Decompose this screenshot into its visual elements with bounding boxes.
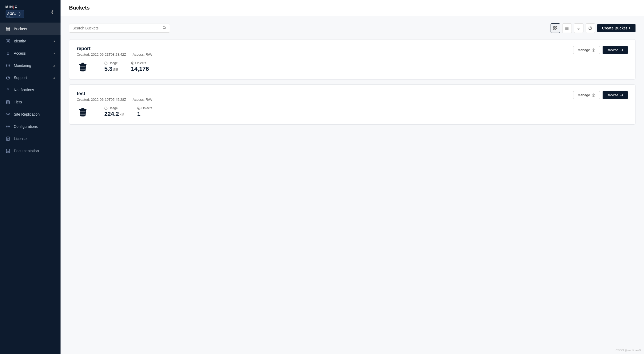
sidebar-item-tiers[interactable]: Tiers	[0, 96, 61, 108]
svg-point-14	[7, 126, 9, 127]
usage-icon-report	[104, 62, 108, 65]
sidebar-item-label-buckets: Buckets	[14, 27, 55, 31]
bucket-card-header-test: test Created: 2022-06-10T05:45:28Z Acces…	[77, 91, 628, 102]
sidebar-item-monitoring[interactable]: Monitoring ∧	[0, 59, 61, 72]
browse-button-report[interactable]: Browse	[603, 46, 628, 54]
bucket-icon-test	[77, 106, 89, 118]
manage-button-test[interactable]: Manage	[573, 91, 600, 99]
search-wrapper	[69, 24, 170, 33]
sidebar-item-configurations[interactable]: Configurations	[0, 120, 61, 133]
svg-rect-20	[553, 29, 555, 30]
usage-value-report: 5.3GiB	[104, 65, 118, 72]
bucket-stats-test: Usage 224.2KiB Objects 1	[77, 106, 628, 118]
usage-label-report: Usage	[104, 61, 118, 65]
sidebar-item-label-access: Access	[14, 51, 50, 55]
objects-value-test: 1	[137, 111, 152, 117]
sidebar-collapse-button[interactable]: ❮	[50, 8, 55, 15]
create-bucket-label: Create Bucket	[602, 26, 627, 30]
bucket-name-test: test	[77, 91, 152, 97]
bucket-stats-report: Usage 5.3GiB Objects 14,	[77, 61, 628, 73]
sidebar-item-notifications[interactable]: Notifications	[0, 84, 61, 96]
svg-point-11	[6, 100, 10, 102]
svg-rect-23	[81, 63, 84, 64]
bucket-card-header-report: report Created: 2022-06-21T03:23:42Z Acc…	[77, 46, 628, 56]
objects-label-report: Objects	[131, 61, 149, 65]
search-icon	[162, 26, 166, 30]
gear-icon-report	[592, 48, 595, 52]
sidebar-item-label-identity: Identity	[14, 39, 50, 43]
sidebar-item-documentation[interactable]: Documentation	[0, 145, 61, 157]
objects-value-report: 14,176	[131, 65, 149, 72]
sidebar-item-identity[interactable]: Identity ∧	[0, 35, 61, 47]
manage-label-report: Manage	[578, 48, 590, 52]
browse-label-report: Browse	[607, 48, 618, 52]
svg-point-7	[7, 52, 9, 54]
filter-button[interactable]	[574, 23, 583, 33]
grid-view-button[interactable]	[551, 23, 560, 33]
refresh-button[interactable]	[586, 23, 595, 33]
footer-note: CSDN @sublimes9	[616, 349, 641, 352]
sidebar-item-support[interactable]: Support ∧	[0, 72, 61, 84]
objects-stat-report: Objects 14,176	[131, 61, 149, 72]
sidebar-item-label-site-replication: Site Replication	[14, 112, 55, 116]
manage-button-report[interactable]: Manage	[573, 46, 600, 54]
browse-button-test[interactable]: Browse	[603, 91, 628, 99]
bucket-created-report: Created: 2022-06-21T03:23:42Z	[77, 53, 126, 56]
usage-stat-test: Usage 224.2KiB	[104, 106, 124, 117]
chevron-identity-icon: ∧	[53, 40, 55, 43]
sidebar-item-label-support: Support	[14, 76, 50, 80]
sidebar-item-access[interactable]: Access ∧	[0, 47, 61, 59]
sidebar-item-label-documentation: Documentation	[14, 149, 55, 153]
monitoring-icon	[5, 63, 11, 68]
identity-icon	[5, 38, 11, 44]
content-area: Create Bucket + report Created: 2022-06-…	[61, 16, 644, 354]
svg-point-6	[7, 40, 9, 41]
sidebar-item-label-monitoring: Monitoring	[14, 63, 50, 68]
bucket-info-report: report Created: 2022-06-21T03:23:42Z Acc…	[77, 46, 152, 56]
logo-area: MIN|O AGPL Free Software	[5, 5, 24, 19]
documentation-icon	[5, 148, 11, 154]
sidebar-item-label-notifications: Notifications	[14, 88, 55, 92]
page-title: Buckets	[69, 5, 90, 11]
svg-point-10	[8, 79, 8, 79]
usage-label-test: Usage	[104, 106, 124, 110]
svg-rect-28	[81, 108, 84, 109]
usage-value-test: 224.2KiB	[104, 111, 124, 117]
objects-stat-test: Objects 1	[137, 106, 152, 117]
create-bucket-plus-icon: +	[629, 26, 631, 30]
toolbar-right: Create Bucket +	[551, 23, 636, 33]
sidebar-item-label-configurations: Configurations	[14, 124, 55, 129]
manage-label-test: Manage	[578, 93, 590, 97]
svg-point-12	[6, 114, 7, 115]
bucket-created-test: Created: 2022-06-10T05:45:28Z	[77, 98, 126, 102]
usage-stat-report: Usage 5.3GiB	[104, 61, 118, 72]
sidebar: MIN|O AGPL Free Software ❮ Buckets	[0, 0, 61, 354]
sidebar-item-license[interactable]: License	[0, 133, 61, 145]
bucket-card-report: report Created: 2022-06-21T03:23:42Z Acc…	[69, 39, 636, 80]
svg-point-22	[593, 50, 594, 51]
svg-point-30	[138, 107, 140, 110]
configurations-icon	[5, 124, 11, 129]
sidebar-header: MIN|O AGPL Free Software ❮	[0, 0, 61, 23]
svg-text:AGPL: AGPL	[7, 12, 16, 16]
svg-rect-19	[556, 27, 557, 28]
search-input[interactable]	[72, 26, 160, 30]
list-view-button[interactable]	[562, 23, 572, 33]
bucket-access-test: Access: R/W	[132, 98, 152, 102]
svg-rect-18	[553, 27, 555, 28]
bucket-access-report: Access: R/W	[132, 53, 152, 56]
browse-label-test: Browse	[607, 93, 618, 97]
objects-icon-test	[137, 107, 140, 110]
objects-label-test: Objects	[137, 106, 152, 110]
logo-minio-text: MIN|O	[5, 5, 18, 9]
main-content: Buckets	[61, 0, 644, 354]
sidebar-item-site-replication[interactable]: Site Replication	[0, 108, 61, 120]
license-icon	[5, 136, 11, 141]
create-bucket-button[interactable]: Create Bucket +	[597, 24, 636, 32]
sidebar-item-buckets[interactable]: Buckets	[0, 23, 61, 35]
top-bar: Buckets	[61, 0, 644, 16]
access-icon	[5, 51, 11, 56]
logo-agpl: AGPL Free Software	[5, 9, 24, 19]
chevron-monitoring-icon: ∧	[53, 64, 55, 67]
bucket-actions-report: Manage Browse	[573, 46, 628, 54]
